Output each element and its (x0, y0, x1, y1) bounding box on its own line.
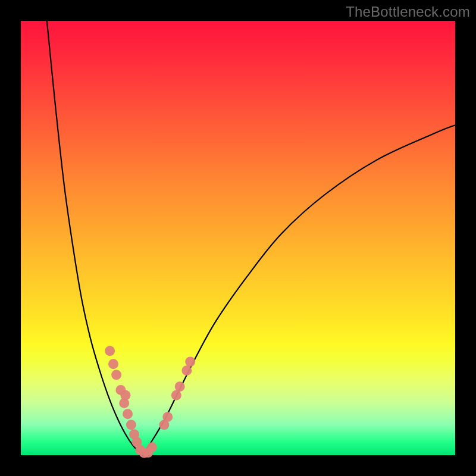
scatter-dots (105, 346, 195, 458)
scatter-dot (120, 390, 130, 400)
scatter-dot (111, 369, 121, 380)
plot-area (21, 21, 455, 455)
scatter-dot (126, 419, 136, 430)
scatter-dot (162, 412, 173, 422)
right-curve (142, 125, 455, 455)
left-curve (47, 21, 143, 455)
chart-svg (21, 21, 455, 455)
scatter-dot (171, 390, 181, 400)
scatter-dot (105, 346, 115, 356)
scatter-dot (108, 359, 118, 369)
scatter-dot (185, 357, 195, 367)
scatter-dot (175, 381, 185, 392)
chart-frame: TheBottleneck.com (0, 0, 476, 476)
watermark-text: TheBottleneck.com (346, 4, 470, 20)
scatter-dot (181, 365, 192, 375)
scatter-dot (147, 442, 157, 452)
scatter-dot (123, 409, 133, 419)
curve-group (47, 21, 455, 455)
